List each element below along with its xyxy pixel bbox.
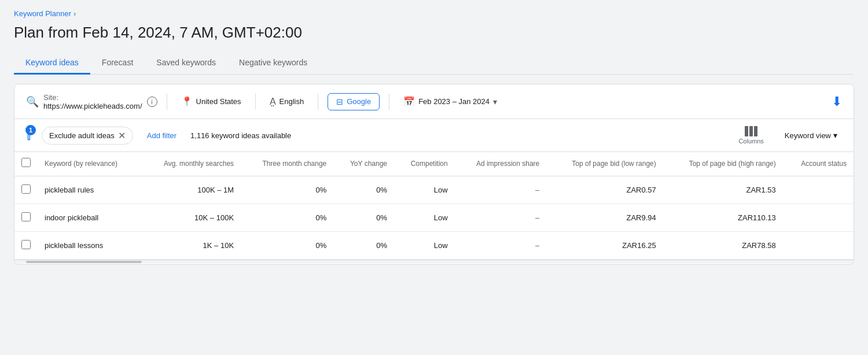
- row-1-ad-impression: –: [455, 176, 547, 204]
- th-competition[interactable]: Competition: [394, 152, 455, 176]
- row-3-top-bid-high: ZAR78.58: [663, 231, 783, 259]
- site-info-icon[interactable]: i: [147, 97, 157, 107]
- th-top-bid-low[interactable]: Top of page bid (low range): [546, 152, 663, 176]
- keyword-view-label: Keyword view: [785, 131, 831, 140]
- row-2-yoy: 0%: [333, 204, 394, 231]
- row-2-account-status: [783, 204, 854, 231]
- row-3-yoy: 0%: [333, 231, 394, 259]
- row-2-top-bid-low: ZAR9.94: [546, 204, 663, 231]
- site-label: Site:: [43, 93, 58, 102]
- row-2-checkbox-cell: [14, 204, 38, 231]
- row-1-three-month: 0%: [241, 176, 333, 204]
- search-icon: 🔍: [26, 95, 39, 108]
- row-1-top-bid-high: ZAR1.53: [663, 176, 783, 204]
- row-1-competition: Low: [394, 176, 455, 204]
- ideas-count: 1,116 keyword ideas available: [190, 131, 291, 140]
- site-filter: 🔍 Site: https://www.pickleheads.com/ i: [26, 93, 157, 110]
- row-2-checkbox[interactable]: [21, 212, 31, 221]
- scroll-bar[interactable]: [14, 260, 854, 264]
- language-filter[interactable]: A̤ English: [265, 93, 309, 110]
- columns-label: Columns: [738, 138, 763, 145]
- th-account-status[interactable]: Account status: [783, 152, 854, 176]
- th-avg-monthly[interactable]: Avg. monthly searches: [141, 152, 241, 176]
- row-1-yoy: 0%: [333, 176, 394, 204]
- divider-1: [167, 94, 167, 110]
- row-2-keyword: indoor pickleball: [38, 204, 141, 231]
- row-3-three-month: 0%: [241, 231, 333, 259]
- row-1-account-status: [783, 176, 854, 204]
- row-1-checkbox-cell: [14, 176, 38, 204]
- divider-4: [389, 94, 389, 110]
- site-url: https://www.pickleheads.com/: [43, 102, 142, 110]
- keyword-view-chevron: ▾: [833, 131, 837, 140]
- keyword-view-button[interactable]: Keyword view ▾: [780, 128, 842, 143]
- row-3-checkbox-cell: [14, 231, 38, 259]
- location-icon: 📍: [181, 96, 193, 107]
- row-2-three-month: 0%: [241, 204, 333, 231]
- row-1-keyword: pickleball rules: [38, 176, 141, 204]
- chevron-down-icon: ▾: [493, 97, 497, 106]
- th-keyword[interactable]: Keyword (by relevance): [38, 152, 141, 176]
- row-2-avg-monthly: 10K – 100K: [141, 204, 241, 231]
- add-filter-button[interactable]: Add filter: [142, 128, 181, 143]
- checkbox-header: [14, 152, 38, 176]
- exclude-adult-chip[interactable]: Exclude adult ideas ✕: [42, 127, 133, 145]
- calendar-icon: 📅: [403, 96, 415, 107]
- search-network-label: Google: [347, 97, 371, 106]
- row-3-ad-impression: –: [455, 231, 547, 259]
- page-title: Plan from Feb 14, 2024, 7 AM, GMT+02:00: [14, 24, 854, 42]
- language-label: English: [279, 97, 304, 106]
- date-range-button[interactable]: 📅 Feb 2023 – Jan 2024 ▾: [399, 93, 502, 110]
- keyword-table-wrapper: Keyword (by relevance) Avg. monthly sear…: [14, 152, 854, 260]
- download-icon: ⬇: [832, 94, 842, 109]
- download-button[interactable]: ⬇: [832, 94, 842, 109]
- location-filter[interactable]: 📍 United States: [176, 93, 246, 110]
- breadcrumb-label: Keyword Planner: [14, 9, 71, 18]
- row-2-ad-impression: –: [455, 204, 547, 231]
- filter-badge: 1: [25, 125, 36, 135]
- th-top-bid-high[interactable]: Top of page bid (high range): [663, 152, 783, 176]
- tab-keyword-ideas[interactable]: Keyword ideas: [14, 52, 90, 75]
- table-header-row: Keyword (by relevance) Avg. monthly sear…: [14, 152, 854, 176]
- tab-negative-keywords[interactable]: Negative keywords: [227, 52, 319, 75]
- select-all-checkbox[interactable]: [21, 158, 31, 167]
- table-row: indoor pickleball 10K – 100K 0% 0% Low –…: [14, 204, 854, 231]
- row-3-avg-monthly: 1K – 10K: [141, 231, 241, 259]
- language-icon: A̤: [270, 96, 276, 107]
- search-network-button[interactable]: ⊟ Google: [328, 93, 380, 110]
- row-3-checkbox[interactable]: [21, 240, 31, 249]
- columns-button[interactable]: Columns: [738, 126, 763, 145]
- table-row: pickleball lessons 1K – 10K 0% 0% Low – …: [14, 231, 854, 259]
- keyword-table: Keyword (by relevance) Avg. monthly sear…: [14, 152, 854, 260]
- row-1-top-bid-low: ZAR0.57: [546, 176, 663, 204]
- filter-bar: 🔍 Site: https://www.pickleheads.com/ i 📍…: [14, 84, 854, 119]
- th-three-month[interactable]: Three month change: [241, 152, 333, 176]
- row-1-avg-monthly: 100K – 1M: [141, 176, 241, 204]
- filter-icon-button[interactable]: ⫿ 1: [26, 128, 32, 143]
- th-yoy[interactable]: YoY change: [333, 152, 394, 176]
- table-row: pickleball rules 100K – 1M 0% 0% Low – Z…: [14, 176, 854, 204]
- filter-row2: ⫿ 1 Exclude adult ideas ✕ Add filter 1,1…: [14, 119, 854, 152]
- row-3-keyword: pickleball lessons: [38, 231, 141, 259]
- row-3-top-bid-low: ZAR16.25: [546, 231, 663, 259]
- columns-icon: [745, 126, 757, 136]
- row-1-checkbox[interactable]: [21, 184, 31, 194]
- scroll-thumb[interactable]: [26, 261, 142, 263]
- google-icon: ⊟: [336, 97, 343, 106]
- row-3-competition: Low: [394, 231, 455, 259]
- row-2-competition: Low: [394, 204, 455, 231]
- exclude-adult-label: Exclude adult ideas: [49, 131, 115, 140]
- chip-close-icon[interactable]: ✕: [118, 130, 126, 141]
- divider-3: [318, 94, 318, 110]
- row-3-account-status: [783, 231, 854, 259]
- date-range-label: Feb 2023 – Jan 2024: [418, 97, 490, 106]
- main-card: 🔍 Site: https://www.pickleheads.com/ i 📍…: [14, 84, 854, 265]
- row-2-top-bid-high: ZAR110.13: [663, 204, 783, 231]
- location-label: United States: [196, 97, 241, 106]
- tab-forecast[interactable]: Forecast: [90, 52, 145, 75]
- divider-2: [255, 94, 256, 110]
- th-ad-impression[interactable]: Ad impression share: [455, 152, 547, 176]
- tab-saved-keywords[interactable]: Saved keywords: [145, 52, 227, 75]
- breadcrumb[interactable]: Keyword Planner ›: [14, 9, 854, 18]
- breadcrumb-chevron: ›: [73, 9, 76, 18]
